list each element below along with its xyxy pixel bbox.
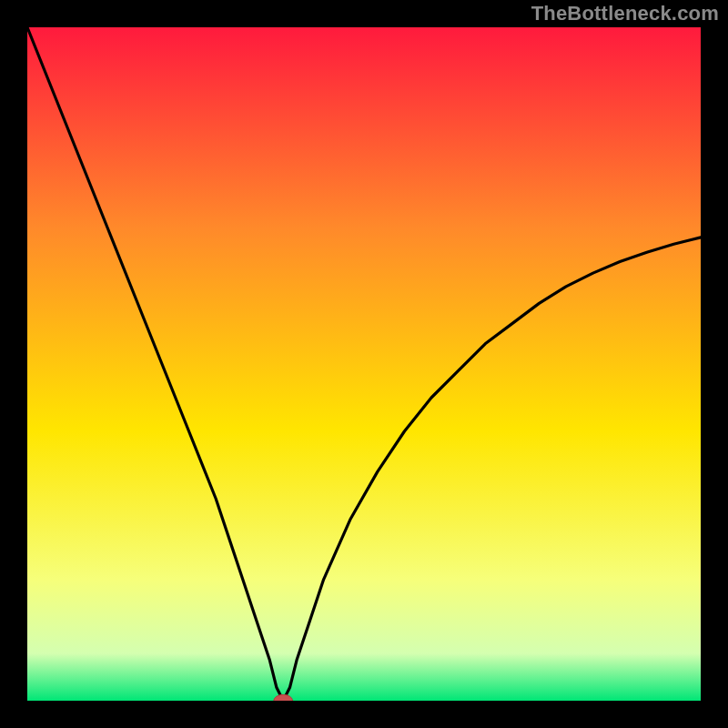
bottleneck-chart: TheBottleneck.com	[0, 0, 728, 728]
bottleneck-curve-plot	[0, 0, 728, 728]
watermark-text: TheBottleneck.com	[531, 2, 719, 25]
plot-background	[27, 27, 701, 701]
